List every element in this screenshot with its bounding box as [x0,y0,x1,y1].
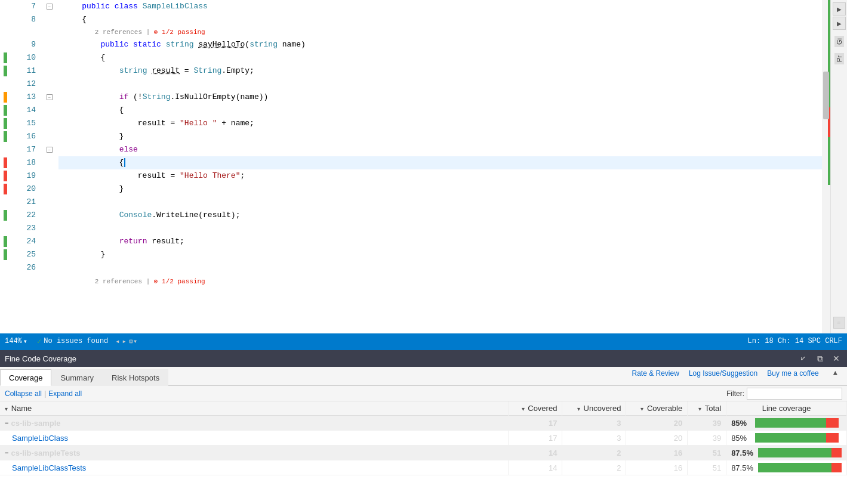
linenum-9: 9 [11,38,36,51]
code-line-22: Console.WriteLine(result); [58,209,822,222]
col-coverable[interactable]: ▾ Coverable [626,401,688,416]
coverage-panel: Fine Code Coverage 🗸 ⧉ ✕ Coverage Summar… [0,349,847,504]
code-line-17: else [58,143,822,156]
tab-coverage[interactable]: Coverage [0,369,51,386]
buy-coffee-link[interactable]: Buy me a coffee [767,369,819,378]
col-covered[interactable]: ▾ Covered [508,401,562,416]
code-line-16: } [58,130,822,143]
linenum-21: 21 [11,196,36,209]
sort-name-icon: ▾ [5,406,8,412]
indicator-24 [0,235,11,248]
sort-uncovered-icon: ▾ [577,406,580,412]
indicator-9 [0,38,11,51]
group-total-2: 51 [688,446,726,460]
item-coverable-1: 20 [626,431,688,446]
code-line-18: { [58,156,822,169]
panel-close-btn[interactable]: ✕ [830,353,842,364]
linenum-12: 12 [11,78,36,91]
sort-total-icon: ▾ [698,406,701,412]
sidebar-expand-btn[interactable]: ▶ [833,2,846,16]
toolbar-actions: Collapse all | Expand all [5,389,82,398]
nav-settings-icon[interactable]: ⚙▾ [129,337,137,346]
zoom-control[interactable]: 144% ▾ [5,337,27,346]
item-link-1[interactable]: SampleLibClass [5,434,68,443]
expand-all-btn[interactable]: Expand all [48,389,82,398]
editor-area: 7 8 9 10 11 12 13 14 15 16 17 18 19 20 2… [0,0,847,349]
code-line-8: { [58,13,822,26]
group-coverable-1: 20 [626,416,688,431]
table-row: − cs-lib-sampleTests 14 2 16 51 87.5% [0,446,847,460]
indicator-15 [0,117,11,130]
tab-summary[interactable]: Summary [51,369,103,386]
collapse-all-btn[interactable]: Collapse all [5,389,42,398]
panel-title: Fine Code Coverage [5,354,76,363]
item-link-2[interactable]: SampleLibClassTests [5,463,86,472]
code-lines[interactable]: public class SampleLibClass { 2 referenc… [58,0,822,333]
code-line-26 [58,261,822,274]
sidebar-pr-label[interactable]: Pr [834,53,844,64]
group-uncovered-1: 3 [562,416,626,431]
code-line-12 [58,78,822,91]
editor-scrollbar[interactable] [822,0,830,333]
item-coverable-2: 16 [626,460,688,475]
hint-line-refs: 2 references | ⊗ 1/2 passing [58,26,822,38]
tab-risk-hotspots[interactable]: Risk Hotspots [103,369,168,386]
gutter-indicators [0,0,11,333]
log-issue-link[interactable]: Log Issue/Suggestion [689,369,757,378]
no-issues-status: ✓ No issues found [37,337,108,346]
group-name-2: − cs-lib-sampleTests [0,446,508,460]
zoom-dropdown-icon[interactable]: ▾ [23,337,27,346]
linenum-26: 26 [11,261,36,274]
indicator-7 [0,0,11,13]
panel-toolbar: Collapse all | Expand all Filter: [0,386,847,401]
sort-coverable-icon: ▾ [640,406,643,412]
indicator-18 [0,156,11,169]
code-line-19: result = "Hello There"; [58,169,822,183]
sidebar-extra-btn[interactable]: ≡ [833,317,845,329]
linenum-16: 16 [11,130,36,143]
panel-float-btn[interactable]: ⧉ [815,353,826,365]
linenum-17: 17 [11,143,36,156]
col-total[interactable]: ▾ Total [688,401,726,416]
group-linecov-2: 87.5% [726,446,847,460]
panel-tabs: Coverage Summary Risk Hotspots Rate & Re… [0,367,847,386]
coverage-table: ▾ Name ▾ Covered ▾ Uncovered ▾ Coverable [0,401,847,475]
col-line-coverage[interactable]: Line coverage [726,401,847,416]
indicator-12 [0,78,11,91]
code-line-9: public static string sayHelloTo(string n… [58,38,822,51]
code-line-21 [58,196,822,209]
coverage-bar-item-1 [755,433,839,443]
collapse-group-2[interactable]: − [5,449,8,456]
tab-links: Rate & Review Log Issue/Suggestion Buy m… [627,369,843,378]
coverage-table-container[interactable]: ▾ Name ▾ Covered ▾ Uncovered ▾ Coverable [0,401,847,504]
linenum-25: 25 [11,248,36,261]
col-uncovered[interactable]: ▾ Uncovered [562,401,626,416]
item-name-2: SampleLibClassTests [0,460,508,475]
table-row: SampleLibClass 17 3 20 39 85% [0,431,847,446]
status-right: Ln: 18 Ch: 14 SPC CRLF [748,337,842,345]
panel-pin-btn[interactable]: 🗸 [797,353,810,364]
linenum-10: 10 [11,51,36,64]
nav-right-icon[interactable]: ▸ [122,337,127,346]
indicator-25 [0,248,11,261]
sidebar-git-label[interactable]: Gi [834,36,844,47]
indicator-16 [0,130,11,143]
col-name[interactable]: ▾ Name [0,401,508,416]
filter-input[interactable] [747,388,842,400]
linenum-22: 22 [11,209,36,222]
indicator-19 [0,169,11,183]
nav-left-icon[interactable]: ◂ [115,337,119,346]
panel-scroll-up-icon[interactable]: ▲ [833,369,837,378]
indicator-26 [0,261,11,274]
sidebar-expand-btn2[interactable]: ▶ [833,17,846,30]
code-line-14: { [58,104,822,117]
rate-review-link[interactable]: Rate & Review [632,369,679,378]
collapse-group-1[interactable]: − [5,419,8,426]
indicator-13 [0,91,11,104]
code-line-7: public class SampleLibClass [58,0,822,13]
status-text: No issues found [44,337,108,345]
linenum-19: 19 [11,169,36,183]
coverage-bar-1 [755,418,839,428]
scroll-thumb[interactable] [823,72,829,119]
fold-indicators: − − − [41,0,58,333]
